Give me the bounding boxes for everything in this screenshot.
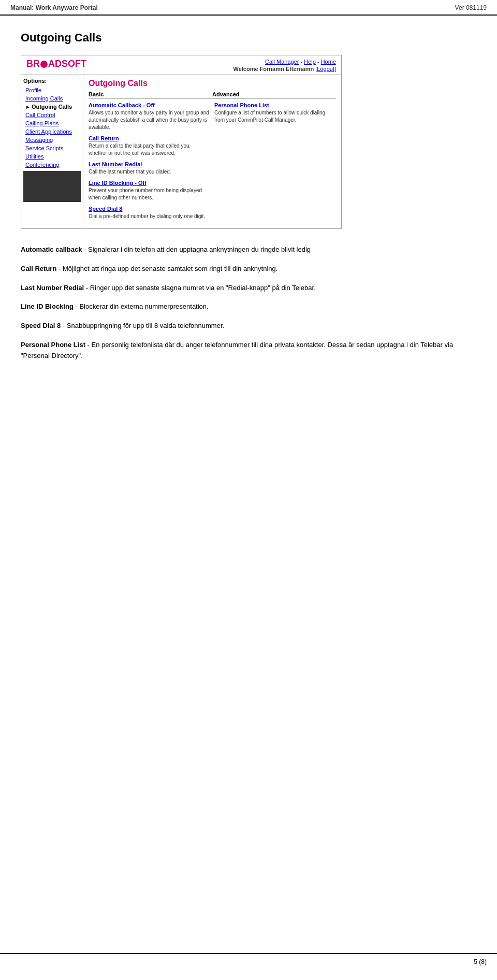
col-basic: Automatic Callback - Off Allows you to m… [89,102,210,224]
desc-speed-dial-8: - Snabbuppringning för upp till 8 valda … [61,322,224,329]
sidebar-item-client-apps[interactable]: Client Applications [23,127,81,136]
term-call-return: Call Return [21,265,56,272]
sidebar: Options: Profile Incoming Calls ► Outgoi… [21,75,83,228]
feature-line-id-blocking-title[interactable]: Line ID Blocking - Off [89,180,210,186]
col-advanced: Personal Phone List Configure a list of … [214,102,336,224]
nav-area: Call Manager - Help - Home Welcome Forna… [233,59,337,72]
nav-separator2: - [317,59,321,65]
feature-last-number-redial-title[interactable]: Last Number Redial [89,161,210,167]
outgoing-calls-label: Outgoing Calls [32,104,72,110]
sidebar-item-incoming-calls[interactable]: Incoming Calls [23,94,81,103]
sidebar-item-profile[interactable]: Profile [23,86,81,94]
logo-circle [40,61,48,68]
page-footer: 5 (8) [0,953,497,970]
feature-call-return-desc: Return a call to the last party that cal… [89,142,210,157]
browser-mockup: BRADSOFT Call Manager - Help - Home Welc… [21,55,342,229]
term-speed-dial-8: Speed Dial 8 [21,322,61,329]
sidebar-item-calling-plans[interactable]: Calling Plans [23,119,81,127]
desc-personal-phone-list: - En personlig telefonlista där du anger… [21,341,453,359]
feature-speed-dial-8-desc: Dial a pre-defined number by dialing onl… [89,213,210,220]
sidebar-item-messaging[interactable]: Messaging [23,136,81,144]
nav-links: Call Manager - Help - Home [233,59,337,65]
term-last-number-redial: Last Number Redial [21,284,84,292]
feature-automatic-callback-title[interactable]: Automatic Callback - Off [89,102,210,108]
explanation-call-return: Call Return - Möjlighet att ringa upp de… [21,264,476,275]
active-arrow: ► [25,104,31,110]
browser-body: Options: Profile Incoming Calls ► Outgoi… [21,75,341,228]
portal-content: Outgoing Calls Basic Advanced Automatic … [83,75,341,228]
page-title: Outgoing Calls [21,31,476,45]
explanation-speed-dial-8: Speed Dial 8 - Snabbuppringning för upp … [21,321,476,332]
feature-speed-dial-8-title[interactable]: Speed Dial 8 [89,206,210,212]
footer-page-number: 5 (8) [474,958,487,965]
feature-line-id-blocking-desc: Prevent your phone number from being dis… [89,187,210,201]
options-label: Options: [23,78,81,84]
sidebar-dark-area [23,171,81,202]
sidebar-item-conferencing[interactable]: Conferencing [23,161,81,169]
term-personal-phone-list: Personal Phone List [21,341,85,349]
section-headers: Basic Advanced [89,91,336,99]
explanation-last-number-redial: Last Number Redial - Ringer upp det sena… [21,283,476,294]
desc-automatic-callback: - Signalerar i din telefon att den uppta… [82,246,311,253]
feature-personal-phone-list-desc: Configure a list of numbers to allow qui… [214,109,336,124]
content-columns: Automatic Callback - Off Allows you to m… [89,102,336,224]
page-header: Manual: Work Anyware Portal Ver 081119 [0,0,497,16]
feature-personal-phone-list-title[interactable]: Personal Phone List [214,102,336,108]
term-line-id-blocking: Line ID Blocking [21,302,74,310]
broadsoft-header: BRADSOFT Call Manager - Help - Home Welc… [21,55,341,75]
explanation-personal-phone-list: Personal Phone List - En personlig telef… [21,340,476,362]
version-label: Ver 081119 [455,4,487,11]
home-link[interactable]: Home [321,59,336,65]
sidebar-item-service-scripts[interactable]: Service Scripts [23,144,81,152]
sidebar-item-call-control[interactable]: Call Control [23,111,81,119]
broadsoft-logo: BRADSOFT [26,59,86,69]
portal-name: Work Anyware Portal [36,4,98,11]
desc-call-return: - Möjlighet att ringa upp det senaste sa… [56,265,277,272]
feature-last-number-redial-desc: Call the last number that you dialed. [89,168,210,176]
help-link[interactable]: Help [304,59,316,65]
feature-automatic-callback-desc: Allows you to monitor a busy party in yo… [89,109,210,131]
logout-link[interactable]: [Logout] [315,66,336,72]
manual-title: Manual: Work Anyware Portal [10,4,98,11]
main-content: Outgoing Calls BRADSOFT Call Manager - H… [0,16,497,385]
explanation-line-id-blocking: Line ID Blocking - Blockerar din externa… [21,301,476,312]
term-automatic-callback: Automatic callback [21,246,82,253]
welcome-label: Welcome Fornamn Efternamn [233,66,314,72]
feature-call-return-title[interactable]: Call Return [89,135,210,141]
advanced-header: Advanced [212,91,336,98]
explanation-automatic-callback: Automatic callback - Signalerar i din te… [21,244,476,255]
sidebar-item-outgoing-calls[interactable]: ► Outgoing Calls [23,103,81,111]
manual-label: Manual: [10,4,34,11]
sidebar-item-utilities[interactable]: Utilities [23,152,81,161]
desc-line-id-blocking: - Blockerar din externa nummerpresentati… [74,302,209,310]
portal-page-title: Outgoing Calls [89,79,336,88]
desc-last-number-redial: - Ringer upp det senaste slagna numret v… [84,284,316,292]
welcome-text: Welcome Fornamn Efternamn [Logout] [233,66,337,72]
call-manager-link[interactable]: Call Manager [265,59,299,65]
basic-header: Basic [89,91,212,98]
